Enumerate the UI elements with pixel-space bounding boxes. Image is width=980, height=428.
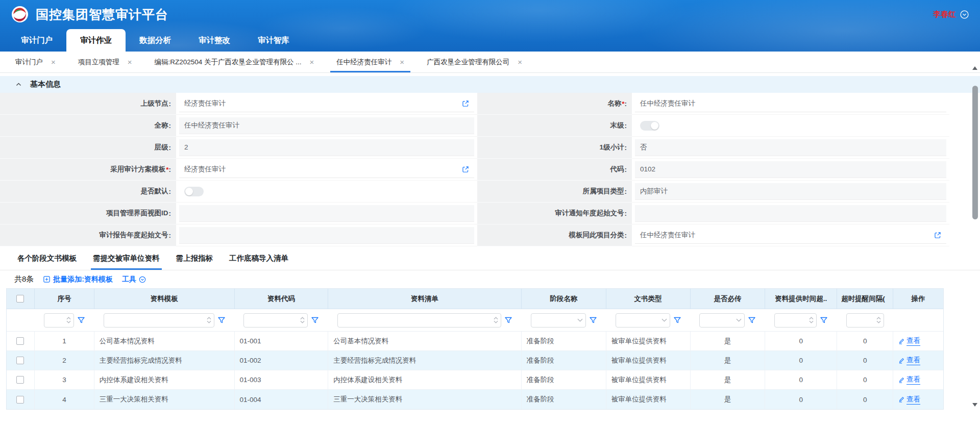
name-field[interactable]: 任中经济责任审计 <box>635 95 946 112</box>
cell: 3 <box>35 370 94 389</box>
row-checkbox[interactable] <box>16 357 24 364</box>
form-row: 采用审计方案模板*: 经济责任审计 代码: 0102 <box>0 159 980 181</box>
subtab-required-materials[interactable]: 需提交被审单位资料 <box>93 246 160 270</box>
cell: 0 <box>765 351 837 370</box>
filter-input[interactable] <box>846 313 884 328</box>
row-checkbox[interactable] <box>16 337 24 345</box>
close-icon[interactable]: × <box>518 58 522 66</box>
filter-input[interactable] <box>337 313 501 328</box>
filter-input[interactable] <box>616 313 670 328</box>
record-count: 共8条 <box>14 274 34 284</box>
scrollbar-thumb[interactable] <box>972 86 978 219</box>
cell: 准备阶段 <box>522 351 606 370</box>
filter-funnel-icon[interactable] <box>77 316 85 324</box>
table-row: 2主要经营指标完成情况资料01-002主要经营指标完成情况资料准备阶段被审单位提… <box>7 351 943 370</box>
number-spinner[interactable] <box>66 317 71 323</box>
row-checkbox[interactable] <box>16 376 24 384</box>
nav-item-data-analysis[interactable]: 数据分析 <box>126 29 185 52</box>
select-all-checkbox[interactable] <box>16 295 24 303</box>
filter-funnel-icon[interactable] <box>589 316 597 324</box>
filter-input[interactable] <box>104 313 214 328</box>
cell: 01-003 <box>235 370 329 389</box>
add-square-icon <box>43 275 51 283</box>
scroll-down-icon[interactable] <box>972 403 977 407</box>
filter-input[interactable] <box>44 313 74 328</box>
filter-input[interactable] <box>774 313 817 328</box>
number-spinner[interactable] <box>207 317 211 323</box>
parent-node-field[interactable]: 经济责任审计 <box>179 95 474 112</box>
form-row: 上级节点: 经济责任审计 名称*: 任中经济责任审计 <box>0 93 980 115</box>
close-icon[interactable]: × <box>400 58 404 66</box>
scroll-up-icon[interactable] <box>972 66 977 70</box>
filter-funnel-icon[interactable] <box>217 316 226 324</box>
nav-item-audit-knowledge[interactable]: 审计智库 <box>244 29 303 52</box>
template-category-field[interactable]: 任中经济责任审计 <box>635 227 946 244</box>
filter-funnel-icon[interactable] <box>820 316 828 324</box>
leaf-level-toggle[interactable] <box>640 121 659 131</box>
audit-plan-template-field[interactable]: 经济责任审计 <box>179 161 474 178</box>
user-menu[interactable]: 李春红 <box>933 10 969 19</box>
row-checkbox[interactable] <box>16 396 24 404</box>
tools-dropdown-button[interactable]: 工具 <box>122 275 146 284</box>
cell: 0 <box>765 390 837 409</box>
full-name-field: 任中经济责任审计 <box>179 117 474 134</box>
tab-guangxi-company[interactable]: 广西农垦企业管理有限公司× <box>415 52 533 72</box>
cell: 是 <box>691 332 766 350</box>
cell: 准备阶段 <box>522 390 606 409</box>
dropdown-caret-icon[interactable] <box>662 318 667 322</box>
subtab-workpaper-import[interactable]: 工作底稿导入清单 <box>229 246 288 270</box>
cell: 准备阶段 <box>522 332 606 350</box>
nav-item-audit-work[interactable]: 审计作业 <box>66 29 126 52</box>
subtab-stage-doc-templates[interactable]: 各个阶段文书模板 <box>17 246 77 270</box>
close-icon[interactable]: × <box>128 58 132 66</box>
field-label: 全称 <box>155 121 168 130</box>
cell: 0 <box>837 332 893 350</box>
column-header: 资料提供时间超.. <box>765 289 837 309</box>
view-link[interactable]: 查看 <box>898 336 920 346</box>
filter-input[interactable] <box>699 313 745 328</box>
filter-funnel-icon[interactable] <box>673 316 681 324</box>
close-icon[interactable]: × <box>51 58 56 66</box>
dropdown-caret-icon[interactable] <box>736 318 742 322</box>
cell: 被审单位提供资料 <box>606 390 691 409</box>
external-link-icon[interactable] <box>462 166 469 173</box>
filter-funnel-icon[interactable] <box>504 316 512 324</box>
tab-incumbency-audit[interactable]: 任中经济责任审计× <box>325 52 415 72</box>
external-link-icon[interactable] <box>462 100 469 107</box>
nav-item-audit-rectify[interactable]: 审计整改 <box>185 29 244 52</box>
field-label: 审计通知年度起始文号 <box>555 209 624 218</box>
tab-project-approval[interactable]: 项目立项管理× <box>67 52 143 72</box>
view-link[interactable]: 查看 <box>898 375 920 385</box>
column-header: 是否必传 <box>691 289 766 309</box>
cell: 0 <box>765 332 837 350</box>
number-spinner[interactable] <box>876 317 881 323</box>
view-link[interactable]: 查看 <box>898 356 920 365</box>
table-row: 4三重一大决策相关资料01-004三重一大决策相关资料准备阶段被审单位提供资料是… <box>7 390 943 409</box>
filter-funnel-icon[interactable] <box>748 316 756 324</box>
view-link[interactable]: 查看 <box>898 395 920 405</box>
dropdown-caret-icon[interactable] <box>577 318 583 322</box>
cell: 0 <box>837 390 893 409</box>
is-default-toggle[interactable] <box>184 187 204 196</box>
column-header: 资料清单 <box>328 289 522 309</box>
field-label: 代码 <box>610 165 624 174</box>
filter-input[interactable] <box>531 313 586 328</box>
number-spinner[interactable] <box>494 317 498 323</box>
collapse-chevron-icon[interactable] <box>15 81 22 88</box>
vertical-scrollbar[interactable] <box>971 64 979 416</box>
column-header: 操作 <box>893 289 943 309</box>
field-label: 项目管理界面视图ID <box>106 209 168 218</box>
nav-item-audit-portal[interactable]: 审计门户 <box>7 29 66 52</box>
tab-audit-portal[interactable]: 审计门户× <box>4 52 67 72</box>
subtab-report-indicators[interactable]: 需上报指标 <box>176 246 213 270</box>
filter-input[interactable] <box>243 313 308 328</box>
number-spinner[interactable] <box>300 317 305 323</box>
external-link-icon[interactable] <box>934 232 941 239</box>
filter-funnel-icon[interactable] <box>311 316 319 324</box>
level1-subtotal-field: 否 <box>635 139 946 156</box>
close-icon[interactable]: × <box>310 58 314 66</box>
tab-edit-rz202504[interactable]: 编辑:RZ202504 关于广西农垦企业管理有限公 ...× <box>143 52 326 72</box>
number-spinner[interactable] <box>809 317 814 323</box>
notice-doc-number-field <box>635 205 946 222</box>
batch-add-button[interactable]: 批量添加:资料模板 <box>43 275 113 284</box>
